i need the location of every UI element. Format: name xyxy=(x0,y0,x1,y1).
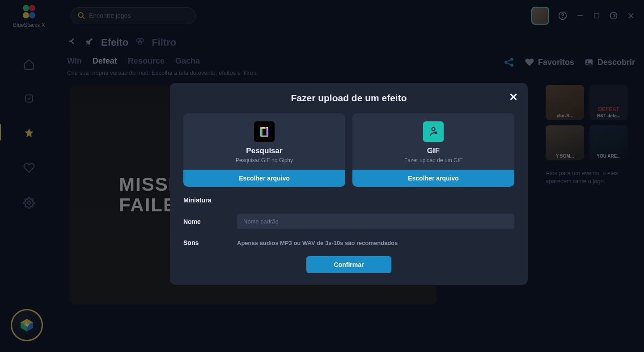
upload-gif-card: GIF Fazer upload de um GIF Escolher arqu… xyxy=(352,113,514,187)
upload-search-card: Pesquisar Pesquisar GIF no Giphy Escolhe… xyxy=(183,113,345,187)
svg-point-28 xyxy=(432,128,435,131)
upload-gif-title: GIF xyxy=(359,146,508,155)
upload-options: Pesquisar Pesquisar GIF no Giphy Escolhe… xyxy=(183,113,514,187)
choose-file-search-button[interactable]: Escolher arquivo xyxy=(183,170,345,187)
upload-gif-sub: Fazer upload de um GIF xyxy=(359,157,508,163)
name-label: Nome xyxy=(183,218,237,225)
gif-icon xyxy=(423,121,444,142)
modal-form: Miniatura Nome Sons Apenas áudios MP3 ou… xyxy=(183,197,514,246)
svg-rect-24 xyxy=(266,130,267,136)
upload-search-title: Pesquisar xyxy=(190,146,339,155)
upload-effect-modal: Fazer upload de um efeito ✕ Pesquisar Pe… xyxy=(170,83,528,285)
svg-rect-26 xyxy=(265,127,266,129)
modal-title: Fazer upload de um efeito xyxy=(183,93,514,103)
svg-rect-27 xyxy=(266,128,267,129)
name-row: Nome xyxy=(183,214,514,229)
giphy-icon xyxy=(254,121,275,142)
thumbnail-row: Miniatura xyxy=(183,197,514,204)
modal-close-button[interactable]: ✕ xyxy=(509,91,518,103)
sounds-label: Sons xyxy=(183,239,237,246)
sounds-hint: Apenas áudios MP3 ou WAV de 3s-10s são r… xyxy=(237,240,514,246)
upload-search-sub: Pesquisar GIF no Giphy xyxy=(190,157,339,163)
name-input[interactable] xyxy=(237,214,514,229)
choose-file-gif-button[interactable]: Escolher arquivo xyxy=(352,170,514,187)
confirm-button[interactable]: Confirmar xyxy=(306,256,391,273)
thumbnail-label: Miniatura xyxy=(183,197,237,204)
sounds-row: Sons Apenas áudios MP3 ou WAV de 3s-10s … xyxy=(183,239,514,246)
